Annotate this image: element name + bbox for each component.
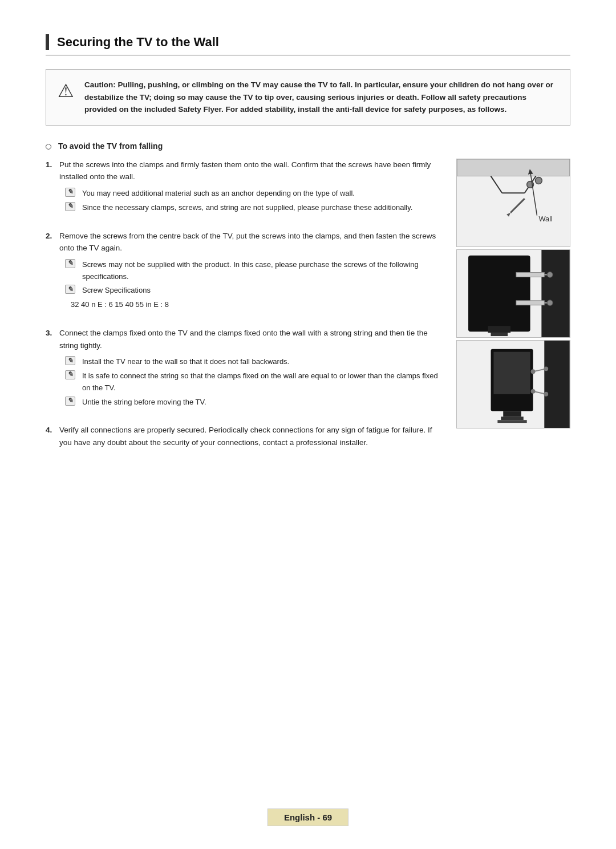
svg-rect-27 (501, 417, 523, 420)
step-2: Remove the screws from the centre back o… (46, 230, 439, 311)
section-title: Securing the TV to the Wall (46, 34, 570, 55)
svg-rect-16 (516, 272, 544, 277)
step-4: Verify all connections are properly secu… (46, 424, 439, 448)
step-1-text: Put the screws into the clamps and firml… (59, 160, 431, 181)
step-1: Put the screws into the clamps and firml… (46, 159, 439, 214)
step-2-text: Remove the screws from the centre back o… (59, 232, 436, 253)
note-icon-2: ✎ (65, 202, 75, 211)
svg-rect-12 (468, 256, 530, 331)
main-content: Put the screws into the clamps and firml… (46, 159, 570, 465)
steps-content: Put the screws into the clamps and firml… (46, 159, 439, 465)
note-icon-3: ✎ (65, 259, 75, 268)
svg-point-6 (535, 177, 542, 184)
step-4-text: Verify all connections are properly secu… (59, 426, 432, 447)
note-1-1: ✎ You may need additional material such … (65, 188, 439, 200)
step-3: Connect the clamps fixed onto the TV and… (46, 327, 439, 408)
svg-point-32 (544, 366, 548, 371)
svg-point-20 (547, 272, 553, 277)
note-3-1: ✎ Install the TV near to the wall so tha… (65, 356, 439, 368)
note-icon-6: ✎ (65, 370, 75, 379)
step-2-notes: ✎ Screws may not be supplied with the pr… (59, 259, 439, 297)
diagram-3 (456, 340, 570, 428)
footer-text: English - 69 (284, 812, 332, 822)
svg-rect-13 (488, 326, 510, 333)
page: Securing the TV to the Wall ⚠ Caution: P… (0, 0, 616, 849)
note-2-1: ✎ Screws may not be supplied with the pr… (65, 259, 439, 283)
footer-bar: English - 69 (268, 808, 348, 826)
title-bar-decoration (46, 34, 49, 50)
svg-point-34 (544, 392, 548, 397)
step-3-notes: ✎ Install the TV near to the wall so tha… (59, 356, 439, 408)
diagram-2 (456, 249, 570, 338)
svg-rect-28 (497, 420, 526, 423)
note-1-2: ✎ Since the necessary clamps, screws, an… (65, 202, 439, 214)
svg-rect-15 (541, 250, 569, 337)
note-icon-7: ✎ (65, 397, 75, 406)
svg-rect-17 (516, 301, 544, 305)
svg-rect-25 (493, 352, 530, 394)
svg-rect-1 (457, 159, 569, 176)
caution-box: ⚠ Caution: Pulling, pushing, or climbing… (46, 69, 570, 126)
note-3-2: ✎ It is safe to connect the string so th… (65, 370, 439, 394)
circle-bullet-icon (46, 144, 51, 149)
page-title: Securing the TV to the Wall (57, 35, 219, 50)
note-icon-5: ✎ (65, 356, 75, 365)
svg-text:Wall: Wall (538, 214, 552, 223)
svg-point-33 (531, 389, 536, 394)
diagram-1: Wall (456, 159, 570, 247)
diagrams-column: Wall (456, 159, 570, 465)
svg-rect-23 (544, 341, 569, 428)
caution-text: Caution: Pulling, pushing, or climbing o… (84, 79, 558, 116)
note-3-3: ✎ Untie the string before moving the TV. (65, 397, 439, 409)
screw-specs: 32 40 n E : 6 15 40 55 in E : 8 (71, 299, 439, 311)
svg-rect-14 (491, 333, 508, 336)
svg-point-21 (547, 300, 553, 306)
svg-point-31 (531, 369, 536, 374)
avoid-label-text: To avoid the TV from falling (58, 142, 163, 151)
svg-rect-26 (503, 411, 521, 417)
warning-icon: ⚠ (58, 80, 74, 102)
note-icon-1: ✎ (65, 188, 75, 197)
step-3-text: Connect the clamps fixed onto the TV and… (59, 329, 428, 350)
note-2-2: ✎ Screw Specifications (65, 285, 439, 297)
steps-list: Put the screws into the clamps and firml… (46, 159, 439, 449)
step-1-notes: ✎ You may need additional material such … (59, 188, 439, 214)
note-icon-4: ✎ (65, 285, 75, 294)
avoid-label: To avoid the TV from falling (46, 142, 570, 151)
